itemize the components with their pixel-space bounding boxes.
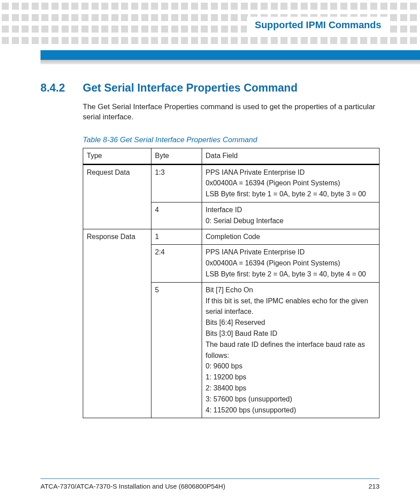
table-caption: Table 8-36 Get Serial Interface Properti… bbox=[83, 136, 379, 144]
cell-type: Request Data bbox=[83, 164, 151, 229]
section-heading: 8.4.2 Get Serial Interface Properties Co… bbox=[41, 81, 379, 94]
cell-byte: 1:3 bbox=[151, 164, 202, 202]
cell-byte: 5 bbox=[151, 282, 202, 418]
cell-byte: 2:4 bbox=[151, 245, 202, 282]
table-row: Request Data1:3PPS IANA Private Enterpri… bbox=[83, 164, 379, 202]
header-blue-bar bbox=[41, 50, 420, 60]
cell-data: Interface ID0: Serial Debug Interface bbox=[202, 202, 379, 229]
footer-page-number: 213 bbox=[368, 482, 379, 490]
cell-type: Response Data bbox=[83, 229, 151, 418]
section-intro-paragraph: The Get Serial Interface Properties comm… bbox=[83, 102, 379, 122]
cell-data: Bit [7] Echo OnIf this bit is set, the I… bbox=[202, 282, 379, 418]
cell-data: PPS IANA Private Enterprise ID0x00400A =… bbox=[202, 164, 379, 202]
cell-data: PPS IANA Private Enterprise ID0x00400A =… bbox=[202, 245, 379, 282]
table-header-row: Type Byte Data Field bbox=[83, 148, 379, 164]
footer-doc-title: ATCA-7370/ATCA-7370-S Installation and U… bbox=[41, 482, 225, 490]
cell-data: Completion Code bbox=[202, 229, 379, 245]
th-byte: Byte bbox=[151, 148, 202, 164]
chapter-title-wrap: Supported IPMI Commands bbox=[247, 17, 389, 33]
chapter-title: Supported IPMI Commands bbox=[255, 19, 381, 31]
header-gray-bar bbox=[41, 60, 420, 64]
command-table: Type Byte Data Field Request Data1:3PPS … bbox=[83, 148, 379, 419]
cell-byte: 1 bbox=[151, 229, 202, 245]
table-row: Response Data1Completion Code bbox=[83, 229, 379, 245]
th-data: Data Field bbox=[202, 148, 379, 164]
section-title: Get Serial Interface Properties Command bbox=[83, 81, 298, 94]
th-type: Type bbox=[83, 148, 151, 164]
page-content: 8.4.2 Get Serial Interface Properties Co… bbox=[41, 81, 379, 418]
section-number: 8.4.2 bbox=[41, 81, 71, 94]
page-footer: ATCA-7370/ATCA-7370-S Installation and U… bbox=[41, 478, 379, 490]
cell-byte: 4 bbox=[151, 202, 202, 229]
